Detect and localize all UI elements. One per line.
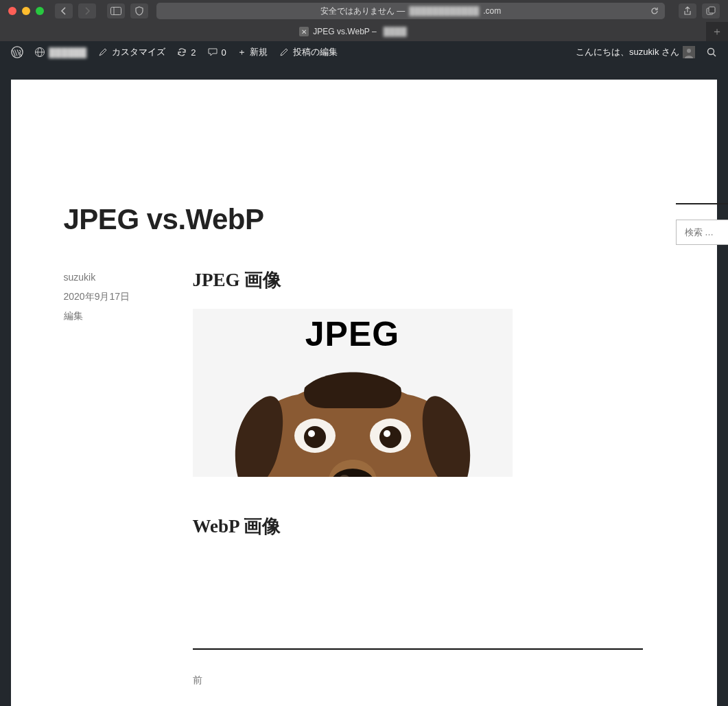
tab-title-blurred: ████: [384, 27, 407, 36]
author-link[interactable]: suzukik: [64, 272, 96, 283]
edit-link[interactable]: 編集: [64, 310, 83, 321]
close-window-button[interactable]: [8, 7, 16, 15]
wp-admin-bar: ██████ カスタマイズ 2 0 ＋ 新規: [0, 41, 728, 63]
edit-post-menu[interactable]: 投稿の編集: [273, 41, 343, 63]
brush-icon: [97, 47, 108, 58]
svg-rect-3: [709, 7, 715, 13]
sidebar-toggle-button[interactable]: [107, 3, 125, 19]
svg-point-15: [379, 426, 401, 448]
wordpress-icon: [11, 46, 23, 58]
share-button[interactable]: [679, 3, 696, 19]
page-viewport: JPEG vs.WebP suzukik 2020年9月17日 編集 JPEG …: [0, 63, 728, 706]
updates-menu[interactable]: 2: [171, 41, 201, 63]
updates-count: 2: [191, 47, 196, 58]
reload-button[interactable]: [650, 6, 659, 16]
customize-menu[interactable]: カスタマイズ: [92, 41, 171, 63]
post-title: JPEG vs.WebP: [64, 203, 643, 236]
post-content: JPEG 画像 JPEG: [193, 268, 643, 687]
close-tab-icon[interactable]: ✕: [299, 27, 309, 36]
greeting-text: こんにちは、suzukik さん: [576, 46, 679, 58]
tabs-overview-button[interactable]: [702, 3, 720, 19]
back-button[interactable]: [55, 3, 73, 19]
domain-blurred: ████████████: [409, 6, 479, 16]
window-controls: [8, 7, 44, 15]
address-bar[interactable]: 安全ではありません — ████████████.com: [156, 3, 665, 19]
sidebar: [676, 203, 729, 687]
tab-title: JPEG vs.WebP –: [313, 27, 376, 36]
home-icon: [34, 47, 45, 58]
privacy-shield-button[interactable]: [130, 3, 148, 19]
browser-titlebar: 安全ではありません — ████████████.com: [0, 0, 728, 22]
svg-point-16: [308, 430, 315, 437]
new-tab-button[interactable]: ＋: [706, 25, 728, 39]
my-account-menu[interactable]: こんにちは、suzukik さん: [570, 46, 701, 58]
comment-icon: [207, 47, 218, 58]
post-nav-separator: [193, 648, 643, 650]
search-icon: [706, 47, 717, 58]
heading-webp: WebP 画像: [193, 514, 643, 539]
domain-suffix: .com: [483, 6, 501, 16]
prev-post-label: 前: [193, 674, 643, 687]
svg-point-10: [708, 49, 714, 55]
heading-jpeg: JPEG 画像: [193, 268, 643, 292]
comments-count: 0: [222, 47, 226, 58]
search-input[interactable]: [676, 220, 729, 245]
svg-rect-0: [111, 8, 121, 15]
svg-point-9: [687, 49, 691, 53]
tab-bar: ✕ JPEG vs.WebP – ████ ＋: [0, 22, 728, 41]
site-name-blurred: ██████: [49, 47, 86, 58]
dog-illustration: [222, 360, 483, 477]
edit-post-label: 投稿の編集: [293, 46, 338, 58]
avatar-icon: [683, 46, 695, 58]
forward-button[interactable]: [78, 3, 96, 19]
comments-menu[interactable]: 0: [202, 41, 232, 63]
minimize-window-button[interactable]: [22, 7, 30, 15]
plus-icon: ＋: [237, 46, 246, 58]
browser-tab[interactable]: ✕ JPEG vs.WebP – ████: [0, 22, 706, 41]
security-warning: 安全ではありません —: [320, 5, 405, 17]
search-toggle[interactable]: [701, 47, 723, 58]
maximize-window-button[interactable]: [36, 7, 44, 15]
pencil-icon: [279, 47, 290, 58]
jpeg-image: JPEG: [193, 309, 513, 477]
search-widget: [676, 220, 729, 245]
image-overlay-text: JPEG: [193, 314, 513, 354]
svg-point-14: [304, 426, 326, 448]
wp-logo-menu[interactable]: [5, 41, 29, 63]
date-link[interactable]: 2020年9月17日: [64, 291, 130, 302]
main-content: JPEG vs.WebP suzukik 2020年9月17日 編集 JPEG …: [64, 203, 643, 687]
new-content-menu[interactable]: ＋ 新規: [232, 41, 273, 63]
svg-line-11: [714, 54, 716, 57]
site-menu[interactable]: ██████: [29, 41, 92, 63]
customize-label: カスタマイズ: [112, 46, 165, 58]
new-label: 新規: [250, 46, 268, 58]
post-meta: suzukik 2020年9月17日 編集: [64, 268, 174, 687]
sidebar-separator: [676, 203, 729, 204]
svg-point-17: [384, 430, 390, 437]
updates-icon: [176, 47, 187, 58]
